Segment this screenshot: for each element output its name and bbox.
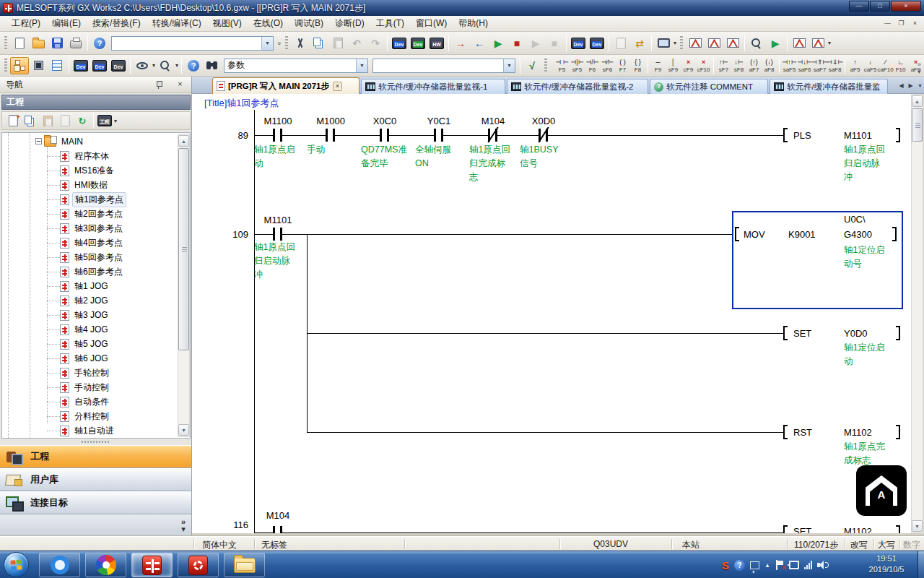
close-button[interactable]: × — [891, 1, 921, 12]
more-views-icon[interactable]: »▾ — [181, 518, 186, 532]
panel-splitter[interactable] — [0, 439, 191, 445]
tree-item[interactable]: 轴4回参考点 — [60, 236, 125, 250]
menu-item[interactable]: 调试(B) — [289, 15, 329, 32]
tree-scrollbar-thumb[interactable] — [178, 148, 189, 350]
pin-icon[interactable] — [155, 80, 162, 89]
no-contact[interactable] — [434, 129, 443, 142]
ladder-symbol-aF7-button[interactable]: (↑)aF7 — [746, 56, 762, 75]
signal-icon[interactable] — [804, 561, 812, 569]
menu-item[interactable]: 工具(T) — [370, 15, 410, 32]
nc-contact[interactable] — [488, 129, 497, 142]
tree-item[interactable]: 轴3回参考点 — [60, 221, 125, 236]
taskbar-clock[interactable]: 19:51 2019/10/5 — [860, 553, 912, 575]
menu-item[interactable]: 视图(V) — [207, 15, 248, 32]
tab-4[interactable]: 软元件注释 COMMENT — [650, 79, 768, 94]
device-hw-button[interactable]: HW — [427, 35, 446, 52]
device-monitor-button[interactable]: Dev — [409, 35, 427, 52]
parameter-combobox[interactable]: 参数▼ — [224, 59, 368, 73]
ladder-symbol-sF6-button[interactable]: ⊣∕⊢sF6 — [600, 56, 615, 75]
dropdown-arrow-icon[interactable]: ▾ — [175, 62, 178, 69]
menu-item[interactable]: 诊断(D) — [329, 15, 370, 32]
ladder-symbol-sF9-button[interactable]: │sF9 — [666, 56, 681, 75]
device-write-button[interactable]: Dev — [390, 35, 409, 52]
tree-item[interactable]: 轴1回参考点 — [60, 192, 126, 207]
tab-list-icon[interactable]: ▾ — [915, 81, 924, 91]
tree-item[interactable]: 轴2 JOG — [60, 293, 110, 308]
restore-layout-icon[interactable] — [750, 561, 759, 569]
dropdown-arrow-icon[interactable]: ▾ — [152, 62, 155, 69]
ladder-symbol-aF8-button[interactable]: (↓)aF8 — [762, 56, 777, 75]
ladder-symbol-cF10-button[interactable]: ×cF10 — [696, 56, 711, 75]
device-comment-button[interactable]: Dev — [71, 57, 90, 74]
hint-button[interactable]: ? — [184, 57, 203, 74]
ladder-symbol-caF5-button[interactable]: ↓caF5 — [863, 56, 878, 75]
ladder-symbol-F6-button[interactable]: ⊣/⊢F6 — [585, 56, 600, 75]
device-init-button[interactable]: Dev — [109, 57, 128, 74]
watch-start-button[interactable]: ▶ — [766, 35, 785, 52]
tree-item[interactable]: 轴1自动进 — [60, 423, 116, 438]
new-data-button[interactable]: + — [4, 113, 22, 129]
tab-5[interactable]: 软元件/缓冲存储器批量监 — [770, 79, 888, 94]
panel-close-icon[interactable]: × — [175, 79, 186, 90]
tab-scroll-left-icon[interactable]: ◀ — [897, 81, 906, 91]
copy-button[interactable] — [310, 35, 328, 52]
ladder-symbol-sF7-button[interactable]: ↑⊢sF7 — [716, 56, 731, 75]
ladder-symbol-sF8-button[interactable]: ↓⊢sF8 — [731, 56, 746, 75]
action-center-icon[interactable]: × — [775, 560, 784, 570]
combobox-dropdown-icon[interactable]: ▼ — [503, 59, 515, 72]
local-label-button[interactable] — [48, 57, 66, 74]
menu-item[interactable]: 帮助(H) — [453, 15, 494, 32]
refresh-button[interactable]: ↻ — [74, 113, 91, 129]
show-desktop-button[interactable] — [918, 551, 924, 578]
device-register-monitor-button[interactable]: Dev — [588, 35, 606, 52]
maximize-button[interactable]: □ — [870, 1, 890, 12]
dropdown-arrow-icon[interactable]: ▾ — [674, 40, 676, 46]
network-icon[interactable] — [789, 561, 799, 569]
print-button[interactable] — [66, 35, 85, 52]
tree-item[interactable]: 手轮控制 — [60, 366, 111, 380]
combobox-dropdown-icon[interactable]: ▼ — [261, 37, 273, 50]
tab-close-icon[interactable]: × — [333, 82, 342, 91]
ladder-symbol-F9-button[interactable]: ─F9 — [650, 56, 666, 75]
device-display-button[interactable] — [133, 57, 152, 74]
toolbar-overflow-icon[interactable]: » — [276, 41, 283, 45]
title-bar[interactable]: MELSOFT系列 GX Works2 C:\Users\FDH\Desktop… — [0, 0, 924, 16]
tree-item[interactable]: 轴4 JOG — [60, 322, 110, 337]
program-check-button[interactable]: √ — [523, 57, 541, 74]
toolbar-grip[interactable] — [680, 36, 683, 51]
tree-item[interactable]: 轴5回参考点 — [60, 250, 125, 264]
menu-item[interactable]: 工程(P) — [6, 15, 46, 32]
ladder-symbol-F8-button[interactable]: { }F8 — [630, 56, 645, 75]
ladder-symbol-aF5-button[interactable]: ↑aF5 — [847, 56, 863, 75]
transfer-setup-button[interactable]: ⇄ — [630, 35, 649, 52]
write-to-plc-button[interactable]: → — [451, 35, 470, 52]
toolbar-grip[interactable] — [4, 36, 7, 51]
ladder-symbol-saF8-button[interactable]: ⊣⇓⊢saF8 — [827, 56, 842, 75]
editor-scrollbar-thumb[interactable] — [912, 108, 923, 142]
device-batch-monitor-button[interactable]: Dev — [569, 35, 588, 52]
volume-icon[interactable] — [817, 561, 827, 569]
user-library-view-button[interactable]: 用户库 — [0, 468, 191, 491]
toolbar-grip[interactable] — [285, 36, 288, 51]
tree-item[interactable]: 轴2回参考点 — [60, 207, 125, 221]
sampling-trace-button[interactable] — [790, 35, 808, 52]
tree-item[interactable]: 程序本体 — [60, 149, 111, 163]
ladder-symbol-F5-button[interactable]: ⊣ ⊢F5 — [554, 56, 570, 75]
taskbar-pinwheel-browser-button[interactable] — [85, 553, 126, 577]
tab-scroll-right-icon[interactable]: ▶ — [906, 81, 915, 91]
dropdown-arrow-icon[interactable]: ▾ — [828, 40, 831, 46]
no-contact[interactable] — [273, 526, 282, 533]
sampling-trace2-button[interactable] — [808, 35, 827, 52]
minimize-button[interactable]: — — [849, 1, 869, 12]
no-contact[interactable] — [273, 228, 282, 241]
tree-item[interactable]: 轴6回参考点 — [60, 264, 125, 279]
menu-item[interactable]: 窗口(W) — [410, 15, 453, 32]
ladder-editor[interactable]: [Title]轴1回参考点 89 M1100轴1原点启 动M1000手动X0C0… — [192, 94, 911, 533]
ladder-symbol-saF6-button[interactable]: ⊣↓⊢saF6 — [797, 56, 812, 75]
mdi-minimize-button[interactable]: — — [881, 17, 894, 28]
toolbar-overflow-icon[interactable]: »▾ — [918, 61, 921, 75]
function-block-button[interactable] — [29, 57, 48, 74]
project-view-button[interactable]: 工程 — [0, 445, 191, 468]
connection-destination-view-button[interactable]: 连接目标 — [0, 491, 191, 514]
tree-item[interactable]: 轴1 JOG — [60, 279, 110, 293]
